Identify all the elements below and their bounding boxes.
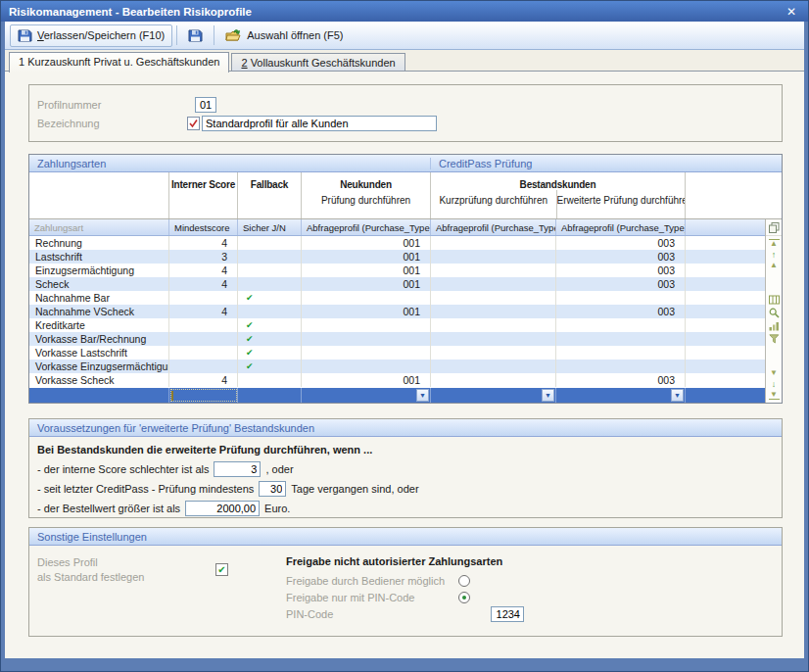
tab-kurzauskunft[interactable]: 1 Kurzauskunft Privat u. Geschäftskunden xyxy=(9,52,229,72)
cell-neukunden[interactable] xyxy=(302,291,431,305)
cell-fallback[interactable] xyxy=(238,277,302,291)
table-row[interactable]: Scheck 4 001 003 xyxy=(29,277,765,291)
cell-erweitert[interactable] xyxy=(556,318,686,332)
days-threshold-input[interactable] xyxy=(259,481,286,497)
cell-fallback[interactable] xyxy=(238,236,302,250)
table-row[interactable]: Lastschrift 3 001 003 xyxy=(29,250,765,264)
cell-neukunden[interactable]: 001 xyxy=(302,264,431,277)
cell-kurz[interactable] xyxy=(431,373,556,387)
pin-code-input[interactable] xyxy=(491,606,524,622)
cell-zahlungsart[interactable]: Vorkasse Einzugsermächtigung xyxy=(29,360,169,373)
dropdown-button[interactable]: ▼ xyxy=(671,389,684,402)
table-row[interactable]: Vorkasse Einzugsermächtigung ✔ xyxy=(29,360,765,373)
cell-zahlungsart[interactable]: Vorkasse Scheck xyxy=(29,373,169,387)
columns-icon[interactable] xyxy=(769,295,780,305)
search-icon[interactable] xyxy=(769,308,780,318)
cell-neukunden[interactable]: 001 xyxy=(302,236,431,250)
bezeichnung-input[interactable] xyxy=(202,116,437,131)
cell-mindestscore[interactable] xyxy=(169,346,238,360)
freigabe-bediener-radio[interactable] xyxy=(458,575,470,587)
cell-mindestscore[interactable] xyxy=(169,291,238,305)
cell-fallback[interactable]: ✔ xyxy=(238,318,302,332)
cell-kurz[interactable] xyxy=(431,291,556,305)
first-row-icon[interactable]: ▲ xyxy=(769,239,780,248)
cell-zahlungsart[interactable]: Kreditkarte xyxy=(29,318,169,332)
cell-neukunden[interactable] xyxy=(302,360,431,373)
cell-fallback[interactable]: ✔ xyxy=(238,360,302,373)
save-button[interactable] xyxy=(181,25,210,46)
cell-erweitert[interactable] xyxy=(556,346,686,360)
cell-zahlungsart[interactable] xyxy=(29,388,169,403)
cell-erweitert[interactable]: 003 xyxy=(556,264,686,277)
cell-mindestscore-editing[interactable] xyxy=(169,388,238,403)
cell-neukunden[interactable] xyxy=(302,346,431,360)
cell-zahlungsart[interactable]: Vorkasse Lastschrift xyxy=(29,346,169,360)
last-row-icon[interactable]: ▼ xyxy=(769,391,780,400)
cell-zahlungsart[interactable]: Nachnahme VScheck xyxy=(29,305,169,318)
cell-mindestscore[interactable] xyxy=(169,360,238,373)
page-up-icon[interactable]: ↑ xyxy=(769,251,780,259)
cell-erweitert[interactable]: 003 xyxy=(556,250,686,264)
cell-fallback[interactable]: ✔ xyxy=(238,291,302,305)
cell-mindestscore[interactable]: 3 xyxy=(169,250,238,264)
cell-zahlungsart[interactable]: Lastschrift xyxy=(29,250,169,264)
cell-erweitert[interactable]: 003 xyxy=(556,277,686,291)
summary-icon[interactable] xyxy=(769,321,780,331)
filter-icon[interactable] xyxy=(769,334,780,344)
cell-kurz[interactable] xyxy=(431,277,556,291)
cell-kurz[interactable] xyxy=(431,360,556,373)
col-mindestscore[interactable]: Mindestscore xyxy=(169,219,238,235)
table-row[interactable]: Einzugsermächtigung 4 001 003 xyxy=(29,264,765,277)
cell-erweitert[interactable] xyxy=(556,291,686,305)
col-abfrageprofil-kurz[interactable]: Abfrageprofil (Purchase_Type) xyxy=(431,219,556,235)
cell-zahlungsart[interactable]: Einzugsermächtigung xyxy=(29,264,169,277)
dropdown-button[interactable]: ▼ xyxy=(416,389,429,402)
table-row[interactable]: Nachnahme Bar ✔ xyxy=(29,291,765,305)
cell-fallback[interactable] xyxy=(238,250,302,264)
cell-mindestscore[interactable]: 4 xyxy=(169,264,238,277)
cell-erweitert[interactable]: 003 xyxy=(556,373,686,387)
cell-mindestscore[interactable]: 4 xyxy=(169,236,238,250)
profilnummer-input[interactable] xyxy=(195,97,216,113)
cell-erweitert[interactable]: 003 xyxy=(556,305,686,318)
cell-kurz[interactable] xyxy=(431,264,556,277)
col-abfrageprofil-neu[interactable]: Abfrageprofil (Purchase_Type) xyxy=(302,219,431,235)
cell-zahlungsart[interactable]: Scheck xyxy=(29,277,169,291)
copy-button[interactable] xyxy=(766,219,782,236)
cell-fallback[interactable]: ✔ xyxy=(238,346,302,360)
cell-zahlungsart[interactable]: Nachnahme Bar xyxy=(29,291,169,305)
cell-neukunden[interactable] xyxy=(302,318,431,332)
amount-threshold-input[interactable] xyxy=(185,501,260,516)
cell-neukunden[interactable]: 001 xyxy=(302,277,431,291)
cell-mindestscore[interactable] xyxy=(169,332,238,346)
cell-neukunden[interactable] xyxy=(302,332,431,346)
cell-kurz[interactable] xyxy=(431,318,556,332)
cell-erweitert[interactable] xyxy=(556,360,686,373)
cell-fallback[interactable] xyxy=(238,388,302,403)
cell-neukunden[interactable]: 001 xyxy=(302,373,431,387)
exit-save-button[interactable]: Verlassen/Speichern (F10) xyxy=(10,24,172,47)
close-icon[interactable]: ✕ xyxy=(783,5,800,19)
selected-new-row[interactable]: ▼ ▼ ▼ xyxy=(29,387,765,403)
col-sicher[interactable]: Sicher J/N xyxy=(238,219,302,235)
cell-mindestscore[interactable]: 4 xyxy=(169,373,238,387)
cell-kurz[interactable] xyxy=(431,332,556,346)
default-profile-checkbox[interactable]: ✔ xyxy=(215,563,228,576)
cell-fallback[interactable] xyxy=(238,373,302,387)
cell-fallback[interactable] xyxy=(238,264,302,277)
cell-kurz[interactable]: ▼ xyxy=(431,388,556,403)
score-threshold-input[interactable] xyxy=(214,461,261,477)
page-down-icon[interactable]: ↓ xyxy=(769,380,780,388)
cell-fallback[interactable]: ✔ xyxy=(238,332,302,346)
cell-mindestscore[interactable]: 4 xyxy=(169,277,238,291)
cell-kurz[interactable] xyxy=(431,346,556,360)
cell-kurz[interactable] xyxy=(431,305,556,318)
next-row-icon[interactable]: ▼ xyxy=(769,369,780,377)
cell-neukunden[interactable]: ▼ xyxy=(302,388,431,403)
edit-check-icon[interactable] xyxy=(187,117,200,130)
open-selection-button[interactable]: Auswahl öffnen (F5) xyxy=(218,25,350,46)
cell-neukunden[interactable]: 001 xyxy=(302,305,431,318)
cell-fallback[interactable] xyxy=(238,305,302,318)
table-row[interactable]: Vorkasse Scheck 4 001 003 xyxy=(29,373,765,387)
title-bar[interactable]: Risikomanagement - Bearbeiten Risikoprof… xyxy=(1,1,808,22)
